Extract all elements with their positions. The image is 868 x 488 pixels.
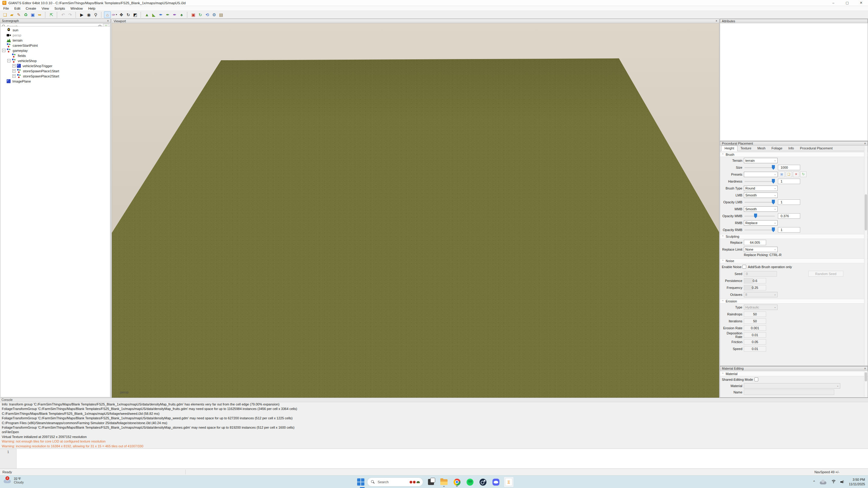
preset-reload-button[interactable]: ↻ <box>800 171 807 177</box>
tree-item-fields[interactable]: fields <box>1 53 110 58</box>
taskbar-clock[interactable]: 3:50 PM 11/11/2025 <box>849 478 865 487</box>
file-explorer-button[interactable] <box>439 477 449 487</box>
tab-mesh[interactable]: Mesh <box>754 146 769 151</box>
expand-icon[interactable]: + <box>12 69 16 73</box>
tab-texture[interactable]: Texture <box>738 146 754 151</box>
brush-mode-button[interactable]: ✑▾ <box>111 11 118 18</box>
octaves-select[interactable]: 8⌄ <box>744 292 778 297</box>
tree-item-terrain[interactable]: terrain <box>1 38 110 43</box>
section-noise[interactable]: ⌃Noise <box>720 258 868 263</box>
erosion-rate-input[interactable]: 0.001 <box>744 325 766 331</box>
tray-chevron-icon[interactable]: ⌃ <box>812 480 816 484</box>
opacity-rmb-slider[interactable] <box>744 227 775 233</box>
edit-file-button[interactable]: ✎ <box>16 11 22 18</box>
brush-type-select[interactable]: Round⌄ <box>744 186 778 191</box>
raindrops-input[interactable]: 50 <box>744 312 766 317</box>
terrain-select[interactable]: terrain⌄ <box>744 158 778 163</box>
foliage-paint-button[interactable]: ✒ <box>164 11 171 18</box>
menu-view[interactable]: View <box>39 7 52 10</box>
deposition-rate-input[interactable]: 0.01 <box>744 332 766 338</box>
terrain-info-button[interactable]: ▣ <box>190 11 197 18</box>
frequency-input[interactable]: 0.25 <box>744 285 766 290</box>
menu-window[interactable]: Window <box>68 7 86 10</box>
rmb-select[interactable]: Replace⌄ <box>744 220 778 226</box>
opacity-rmb-input[interactable]: 1 <box>778 227 800 233</box>
paste-special-button[interactable]: ▤ <box>218 11 224 18</box>
import-button[interactable]: ⇱ <box>48 11 55 18</box>
close-icon[interactable]: × <box>864 142 866 145</box>
tree-item-sun[interactable]: sun <box>1 27 110 33</box>
onedrive-icon[interactable] <box>820 480 827 484</box>
menu-create[interactable]: Create <box>23 7 39 10</box>
section-sculpting[interactable]: ⌃Sculpting <box>720 234 868 239</box>
size-input[interactable]: 1000 <box>778 165 800 170</box>
tab-info[interactable]: Info <box>785 146 797 151</box>
spotify-button[interactable] <box>465 477 475 487</box>
navigation-mode-button[interactable]: ⌂ <box>104 11 111 18</box>
scrollbar[interactable] <box>864 146 867 365</box>
menu-file[interactable]: File <box>1 7 12 10</box>
sync-button[interactable]: ⟲ <box>204 11 211 18</box>
speed-input[interactable]: 0.01 <box>744 346 766 352</box>
minimize-button[interactable]: – <box>827 0 840 6</box>
tree-item-vehicleShopTrigger[interactable]: +vehicleShopTrigger <box>1 63 110 68</box>
hardness-input[interactable]: 1 <box>778 178 800 184</box>
section-erosion[interactable]: ⌃Erosion <box>720 299 868 304</box>
discord-button[interactable] <box>491 477 501 487</box>
visibility-button[interactable]: ◉ <box>85 11 92 18</box>
scrollbar-thumb[interactable] <box>865 194 867 230</box>
shared-editing-checkbox[interactable] <box>754 378 758 381</box>
terrain-sculpt-button[interactable]: ▲ <box>144 11 150 18</box>
tab-height[interactable]: Height <box>721 145 738 151</box>
giants-editor-button[interactable]: Ξ <box>504 477 514 487</box>
friction-input[interactable]: 0.05 <box>744 339 766 345</box>
collapse-icon[interactable]: − <box>7 59 10 62</box>
viewport-3d-view[interactable]: persp <box>112 23 719 398</box>
section-brush[interactable]: ⌃Brush <box>720 152 868 157</box>
weather-widget[interactable]: 2 31°F Cloudy <box>3 477 24 484</box>
tab-procedural-placement[interactable]: Procedural Placement <box>797 146 835 151</box>
persistence-input[interactable]: 0.6 <box>744 278 766 284</box>
tab-foliage[interactable]: Foliage <box>769 146 785 151</box>
erosion-type-select[interactable]: Hydraulic⌄ <box>744 304 778 310</box>
preset-delete-button[interactable]: ✕ <box>793 171 799 177</box>
menu-scripts[interactable]: Scripts <box>52 7 68 10</box>
name-input[interactable] <box>744 390 834 395</box>
scrollbar-thumb[interactable] <box>865 372 867 381</box>
replace-limit-select[interactable]: None⌄ <box>744 247 778 252</box>
taskbar-search[interactable]: Search <box>367 478 423 487</box>
new-scene-button[interactable]: ❑ <box>1 11 8 18</box>
close-icon[interactable]: × <box>864 367 866 370</box>
expand-icon[interactable]: + <box>12 74 16 78</box>
terrain-paint-button[interactable]: ✒ <box>157 11 164 18</box>
detail-paint-button[interactable]: ✒ <box>171 11 178 18</box>
rotate-button[interactable]: ↻ <box>125 11 132 18</box>
tree-item-ImagePlane[interactable]: ImagePlane <box>1 78 110 84</box>
tree-item-storeSpawnPlace2Start[interactable]: +storeSpawnPlace2Start <box>1 73 110 78</box>
mmb-select[interactable]: Smooth⌄ <box>744 206 778 212</box>
preset-save-button[interactable]: ▣ <box>778 171 785 177</box>
opacity-mmb-input[interactable]: 0.376 <box>778 213 800 219</box>
save-button[interactable]: ▣ <box>29 11 36 18</box>
menu-edit[interactable]: Edit <box>12 7 23 10</box>
section-material[interactable]: ⌃Material <box>720 371 868 376</box>
undo-button[interactable]: ↶ <box>60 11 67 18</box>
presets-select[interactable]: ⌄ <box>744 172 778 177</box>
tree-item-vehicleShop[interactable]: −vehicleShop <box>1 58 110 63</box>
hardness-slider[interactable] <box>744 178 775 184</box>
play-button[interactable]: ▶ <box>79 11 85 18</box>
script-input[interactable] <box>17 449 868 468</box>
volume-icon[interactable] <box>840 480 845 484</box>
task-view-button[interactable] <box>426 477 436 487</box>
redo-button[interactable]: ↷ <box>67 11 73 18</box>
opacity-lmb-input[interactable]: 1 <box>778 199 800 205</box>
network-settings-button[interactable]: ⚙ <box>211 11 218 18</box>
refresh-lod-button[interactable]: ↻ <box>197 11 204 18</box>
size-slider[interactable] <box>744 165 775 170</box>
lmb-select[interactable]: Smooth⌄ <box>744 193 778 198</box>
maximize-button[interactable]: ▢ <box>840 0 854 6</box>
expand-icon[interactable]: + <box>12 64 16 67</box>
iterations-input[interactable]: 50 <box>744 318 766 324</box>
preset-new-button[interactable]: ❑ <box>786 171 792 177</box>
collapse-icon[interactable]: − <box>2 49 5 52</box>
